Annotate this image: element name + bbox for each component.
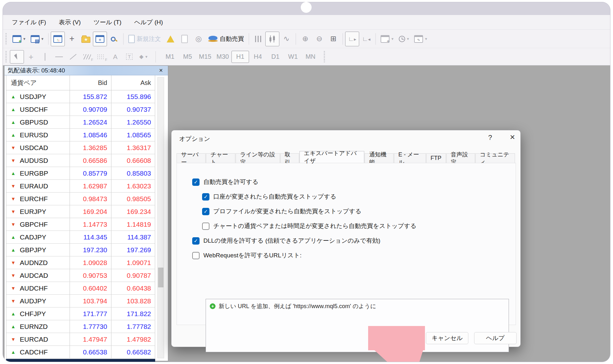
fibonacci-button[interactable] xyxy=(80,49,94,64)
market-watch-row[interactable]: ▲ USDJPY 155.872 155.896 xyxy=(6,90,155,103)
channel-button[interactable] xyxy=(94,49,108,64)
crosshair-button[interactable]: + xyxy=(24,49,38,64)
market-watch-row[interactable]: ▼ GBPCHF 1.14773 1.14819 xyxy=(6,218,155,231)
navigator-button[interactable]: ★ xyxy=(79,32,93,46)
dialog-help-icon[interactable]: ? xyxy=(484,133,496,143)
auto-trading-button[interactable]: 自動売買 xyxy=(206,32,246,46)
price-direction-icon: ▲ xyxy=(11,247,17,253)
market-watch-row[interactable]: ▼ EURCHF 0.98473 0.98505 xyxy=(6,193,155,205)
templates-button[interactable]: ∿ ▾ xyxy=(412,32,430,46)
dialog-tab[interactable]: サーバー xyxy=(177,153,206,163)
market-watch-row[interactable]: ▼ AUDNZD 1.09028 1.09071 xyxy=(6,256,155,269)
timeframe-button-m5[interactable]: M5 xyxy=(179,51,196,63)
timeframe-button-m1[interactable]: M1 xyxy=(161,51,179,63)
market-watch-row[interactable]: ▲ CADCHF 0.66538 0.66582 xyxy=(6,346,155,359)
market-watch-row[interactable]: ▼ USDCAD 1.36285 1.36317 xyxy=(6,141,155,154)
data-window-button[interactable]: + xyxy=(65,32,79,46)
toolbar-grip[interactable] xyxy=(324,51,325,63)
market-watch-row[interactable]: ▲ EURGBP 0.85779 0.85803 xyxy=(6,167,155,180)
checkbox[interactable]: ✓ xyxy=(202,208,209,215)
dialog-tab[interactable]: エキスパートアドバイザ xyxy=(299,151,364,163)
market-watch-row[interactable]: ▼ EURAUD 1.62987 1.63023 xyxy=(6,180,155,193)
market-watch-row[interactable]: ▲ USDCHF 0.90709 0.90737 xyxy=(6,103,155,116)
menu-item[interactable]: ヘルプ (H) xyxy=(130,18,172,27)
tile-windows-button[interactable]: ⊞ xyxy=(326,32,340,46)
market-watch-row[interactable]: ▲ EURUSD 1.08546 1.08565 xyxy=(6,129,155,141)
text-label-button[interactable]: T xyxy=(122,49,136,64)
dialog-tab[interactable]: 取引 xyxy=(280,153,299,163)
cancel-button[interactable]: キャンセル xyxy=(426,332,468,344)
periods-button[interactable]: ▾ xyxy=(396,32,412,46)
trendline-button[interactable] xyxy=(66,49,80,64)
market-watch-row[interactable]: ▲ EURNZD 1.77730 1.77782 xyxy=(6,320,155,333)
menu-item[interactable]: 表示 (V) xyxy=(55,18,90,27)
dialog-tab[interactable]: チャート xyxy=(206,153,235,163)
column-header-bid[interactable]: Bid xyxy=(70,75,111,90)
toolbar-grip[interactable] xyxy=(5,33,7,45)
line-chart-button[interactable]: ∿ xyxy=(279,32,293,46)
market-watch-scrollbar[interactable] xyxy=(157,77,164,358)
close-icon[interactable]: × xyxy=(157,67,165,74)
auto-scroll-button[interactable]: ∟▸ xyxy=(345,32,359,46)
zoom-in-button[interactable]: ⊕ xyxy=(298,32,312,46)
market-watch-row[interactable]: ▼ AUDCAD 0.90753 0.90787 xyxy=(6,269,155,282)
shapes-button[interactable]: ◆ ▾ xyxy=(136,49,150,64)
dialog-close-icon[interactable]: ✕ xyxy=(507,133,518,143)
chart-shift-button[interactable]: ∟◂ xyxy=(359,32,373,46)
toolbar-grip[interactable] xyxy=(5,51,7,63)
candlestick-chart-button[interactable] xyxy=(265,32,279,46)
market-watch-header-row[interactable]: 通貨ペア Bid Ask xyxy=(6,75,155,90)
market-watch-row[interactable]: ▼ AUDJPY 103.794 103.828 xyxy=(6,295,155,307)
dialog-tab[interactable]: コミュニティ xyxy=(475,153,515,163)
timeframe-button-h1[interactable]: H1 xyxy=(231,51,249,63)
column-header-ask[interactable]: Ask xyxy=(111,75,155,90)
market-watch-row[interactable]: ▼ EURJPY 169.204 169.234 xyxy=(6,205,155,218)
scrollbar-thumb[interactable] xyxy=(158,268,163,287)
checkbox[interactable]: ✓ xyxy=(192,237,200,245)
market-watch-row[interactable]: ▲ CADJPY 114.345 114.387 xyxy=(6,231,155,244)
column-header-symbol[interactable]: 通貨ペア xyxy=(6,75,70,90)
timeframe-button-d1[interactable]: D1 xyxy=(267,51,284,63)
strategy-tester-button[interactable] xyxy=(107,32,121,46)
dialog-tab[interactable]: FTP xyxy=(426,153,446,163)
horizontal-line-button[interactable] xyxy=(52,49,66,64)
sound-alert-button[interactable]: ◎ xyxy=(192,32,206,46)
new-chart-button[interactable]: + ▾ xyxy=(10,32,28,46)
profiles-button[interactable]: ▤ ▾ xyxy=(28,32,46,46)
market-watch-toggle-button[interactable]: ↑↓ xyxy=(51,32,65,46)
bar-chart-button[interactable] xyxy=(251,32,265,46)
timeframe-button-h4[interactable]: H4 xyxy=(249,51,267,63)
timeframe-button-mn[interactable]: MN xyxy=(302,51,319,63)
market-watch-row[interactable]: ▲ GBPJPY 197.230 197.269 xyxy=(6,244,155,256)
dialog-tab[interactable]: E - メール xyxy=(394,153,426,163)
zoom-out-button[interactable]: ⊖ xyxy=(312,32,326,46)
timeframe-button-m15[interactable]: M15 xyxy=(196,51,214,63)
indicators-button[interactable]: + ▾ xyxy=(378,32,396,46)
dialog-tab[interactable]: 通知機能 xyxy=(365,153,393,163)
terminal-toggle-button[interactable]: ≡ xyxy=(93,32,107,46)
timeframe-button-m30[interactable]: M30 xyxy=(214,51,231,63)
vertical-line-button[interactable] xyxy=(38,49,52,64)
market-watch-row[interactable]: ▼ EURCAD 1.47947 1.47982 xyxy=(6,333,155,346)
checkbox[interactable] xyxy=(192,252,200,259)
cursor-button[interactable] xyxy=(10,50,24,64)
url-add-row[interactable]: + 新しい URL を追加、例えば 'https://www.mql5.com'… xyxy=(206,299,509,313)
checkbox[interactable] xyxy=(202,223,209,230)
checkbox[interactable]: ✓ xyxy=(192,178,200,186)
dialog-tab[interactable]: 音声設定 xyxy=(446,153,475,163)
market-watch-row[interactable]: ▼ AUDCHF 0.60402 0.60438 xyxy=(6,282,155,295)
checkbox[interactable]: ✓ xyxy=(202,193,209,201)
text-button[interactable]: A xyxy=(108,49,122,64)
metaeditor-button[interactable] xyxy=(163,32,178,46)
market-watch-titlebar[interactable]: 気配値表示: 05:48:40 × xyxy=(4,66,168,75)
timeframe-button-w1[interactable]: W1 xyxy=(284,51,302,63)
market-watch-row[interactable]: ▼ AUDUSD 0.66586 0.66608 xyxy=(6,154,155,167)
help-button[interactable]: ヘルプ xyxy=(474,332,517,344)
menu-item[interactable]: ツール (T) xyxy=(90,18,130,27)
dialog-tab[interactable]: ライン等の設定 xyxy=(236,153,280,163)
market-watch-row[interactable]: ▲ CHFJPY 171.777 171.822 xyxy=(6,307,155,320)
new-order-button[interactable]: 新規注文 xyxy=(126,32,163,46)
print-preview-button[interactable] xyxy=(178,32,192,46)
market-watch-row[interactable]: ▲ GBPUSD 1.26524 1.26550 xyxy=(6,116,155,129)
menu-item[interactable]: ファイル (F) xyxy=(8,18,55,27)
